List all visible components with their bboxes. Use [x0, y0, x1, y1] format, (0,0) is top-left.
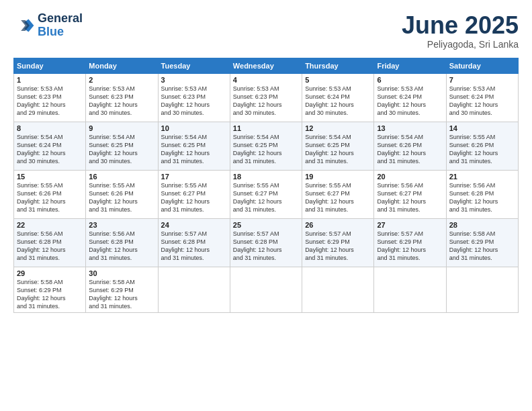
calendar-cell: 11Sunrise: 5:54 AM Sunset: 6:25 PM Dayli… [230, 122, 302, 170]
calendar-cell: 10Sunrise: 5:54 AM Sunset: 6:25 PM Dayli… [158, 122, 230, 170]
weekday-header-tuesday: Tuesday [158, 58, 230, 73]
weekday-header-monday: Monday [86, 58, 158, 73]
day-number: 14 [449, 124, 515, 132]
day-number: 12 [305, 124, 371, 132]
day-info: Sunrise: 5:56 AM Sunset: 6:28 PM Dayligh… [449, 181, 515, 214]
calendar-cell: 25Sunrise: 5:57 AM Sunset: 6:28 PM Dayli… [230, 218, 302, 267]
calendar-cell: 6Sunrise: 5:53 AM Sunset: 6:24 PM Daylig… [374, 73, 446, 122]
day-info: Sunrise: 5:57 AM Sunset: 6:29 PM Dayligh… [377, 230, 443, 263]
calendar-cell: 28Sunrise: 5:58 AM Sunset: 6:29 PM Dayli… [446, 218, 518, 267]
calendar-cell: 13Sunrise: 5:54 AM Sunset: 6:26 PM Dayli… [374, 122, 446, 170]
day-number: 28 [449, 221, 515, 229]
weekday-header-sunday: Sunday [14, 58, 86, 73]
day-number: 8 [17, 124, 83, 132]
logo: General Blue [13, 12, 83, 39]
day-info: Sunrise: 5:53 AM Sunset: 6:24 PM Dayligh… [305, 85, 371, 118]
calendar-cell [302, 267, 374, 313]
day-info: Sunrise: 5:57 AM Sunset: 6:28 PM Dayligh… [233, 230, 299, 263]
day-number: 13 [377, 124, 443, 132]
calendar-cell: 1Sunrise: 5:53 AM Sunset: 6:23 PM Daylig… [14, 73, 86, 122]
calendar-cell: 23Sunrise: 5:56 AM Sunset: 6:28 PM Dayli… [86, 218, 158, 267]
day-number: 9 [89, 124, 154, 132]
logo-blue: Blue [38, 25, 64, 38]
calendar-week-row: 22Sunrise: 5:56 AM Sunset: 6:28 PM Dayli… [14, 218, 519, 267]
calendar-cell: 12Sunrise: 5:54 AM Sunset: 6:25 PM Dayli… [302, 122, 374, 170]
day-number: 21 [449, 173, 515, 181]
day-info: Sunrise: 5:54 AM Sunset: 6:26 PM Dayligh… [377, 133, 443, 166]
calendar-week-row: 29Sunrise: 5:58 AM Sunset: 6:29 PM Dayli… [14, 267, 519, 313]
calendar-cell [158, 267, 230, 313]
calendar-cell: 29Sunrise: 5:58 AM Sunset: 6:29 PM Dayli… [14, 267, 86, 313]
calendar-cell: 3Sunrise: 5:53 AM Sunset: 6:23 PM Daylig… [158, 73, 230, 122]
calendar-cell: 19Sunrise: 5:55 AM Sunset: 6:27 PM Dayli… [302, 170, 374, 218]
title-block: June 2025 Peliyagoda, Sri Lanka [402, 12, 519, 50]
calendar-cell: 21Sunrise: 5:56 AM Sunset: 6:28 PM Dayli… [446, 170, 518, 218]
calendar-cell: 8Sunrise: 5:54 AM Sunset: 6:24 PM Daylig… [14, 122, 86, 170]
weekday-header-thursday: Thursday [302, 58, 374, 73]
day-info: Sunrise: 5:58 AM Sunset: 6:29 PM Dayligh… [89, 278, 154, 311]
weekday-header-row: SundayMondayTuesdayWednesdayThursdayFrid… [14, 58, 519, 73]
day-number: 25 [233, 221, 299, 229]
day-number: 15 [17, 173, 83, 181]
calendar-cell: 2Sunrise: 5:53 AM Sunset: 6:23 PM Daylig… [86, 73, 158, 122]
day-number: 7 [449, 76, 515, 84]
day-number: 22 [17, 221, 83, 229]
calendar-cell: 14Sunrise: 5:55 AM Sunset: 6:26 PM Dayli… [446, 122, 518, 170]
day-info: Sunrise: 5:53 AM Sunset: 6:23 PM Dayligh… [161, 85, 227, 118]
day-number: 2 [89, 76, 154, 84]
day-info: Sunrise: 5:54 AM Sunset: 6:25 PM Dayligh… [161, 133, 227, 166]
logo-icon [13, 15, 35, 36]
day-number: 26 [305, 221, 371, 229]
day-number: 5 [305, 76, 371, 84]
logo-general: General [38, 11, 83, 25]
calendar-cell: 9Sunrise: 5:54 AM Sunset: 6:25 PM Daylig… [86, 122, 158, 170]
day-number: 27 [377, 221, 443, 229]
day-number: 1 [17, 76, 83, 84]
weekday-header-wednesday: Wednesday [230, 58, 302, 73]
calendar-table: SundayMondayTuesdayWednesdayThursdayFrid… [13, 58, 519, 314]
day-number: 4 [233, 76, 299, 84]
weekday-header-saturday: Saturday [446, 58, 518, 73]
logo-text: General Blue [38, 12, 83, 39]
day-info: Sunrise: 5:53 AM Sunset: 6:24 PM Dayligh… [377, 85, 443, 118]
day-info: Sunrise: 5:54 AM Sunset: 6:25 PM Dayligh… [89, 133, 154, 166]
calendar-cell: 4Sunrise: 5:53 AM Sunset: 6:23 PM Daylig… [230, 73, 302, 122]
calendar-cell: 15Sunrise: 5:55 AM Sunset: 6:26 PM Dayli… [14, 170, 86, 218]
calendar-cell: 18Sunrise: 5:55 AM Sunset: 6:27 PM Dayli… [230, 170, 302, 218]
day-info: Sunrise: 5:57 AM Sunset: 6:28 PM Dayligh… [161, 230, 227, 263]
calendar-cell: 5Sunrise: 5:53 AM Sunset: 6:24 PM Daylig… [302, 73, 374, 122]
day-info: Sunrise: 5:54 AM Sunset: 6:24 PM Dayligh… [17, 133, 83, 166]
day-number: 3 [161, 76, 227, 84]
day-number: 17 [161, 173, 227, 181]
day-info: Sunrise: 5:55 AM Sunset: 6:26 PM Dayligh… [89, 181, 154, 214]
calendar-cell: 20Sunrise: 5:56 AM Sunset: 6:27 PM Dayli… [374, 170, 446, 218]
calendar-cell: 27Sunrise: 5:57 AM Sunset: 6:29 PM Dayli… [374, 218, 446, 267]
day-info: Sunrise: 5:54 AM Sunset: 6:25 PM Dayligh… [305, 133, 371, 166]
calendar-cell [230, 267, 302, 313]
calendar-cell [374, 267, 446, 313]
day-info: Sunrise: 5:53 AM Sunset: 6:23 PM Dayligh… [233, 85, 299, 118]
calendar-cell [446, 267, 518, 313]
weekday-header-friday: Friday [374, 58, 446, 73]
day-info: Sunrise: 5:53 AM Sunset: 6:24 PM Dayligh… [449, 85, 515, 118]
day-number: 23 [89, 221, 154, 229]
day-number: 20 [377, 173, 443, 181]
calendar-cell: 7Sunrise: 5:53 AM Sunset: 6:24 PM Daylig… [446, 73, 518, 122]
location: Peliyagoda, Sri Lanka [402, 39, 519, 50]
day-number: 11 [233, 124, 299, 132]
day-info: Sunrise: 5:53 AM Sunset: 6:23 PM Dayligh… [17, 85, 83, 118]
day-info: Sunrise: 5:57 AM Sunset: 6:29 PM Dayligh… [305, 230, 371, 263]
day-info: Sunrise: 5:58 AM Sunset: 6:29 PM Dayligh… [17, 278, 83, 311]
month-title: June 2025 [402, 12, 519, 39]
calendar-week-row: 8Sunrise: 5:54 AM Sunset: 6:24 PM Daylig… [14, 122, 519, 170]
day-info: Sunrise: 5:53 AM Sunset: 6:23 PM Dayligh… [89, 85, 154, 118]
day-info: Sunrise: 5:54 AM Sunset: 6:25 PM Dayligh… [233, 133, 299, 166]
day-info: Sunrise: 5:55 AM Sunset: 6:27 PM Dayligh… [305, 181, 371, 214]
page-container: General Blue June 2025 Peliyagoda, Sri L… [0, 0, 532, 320]
day-number: 6 [377, 76, 443, 84]
calendar-cell: 24Sunrise: 5:57 AM Sunset: 6:28 PM Dayli… [158, 218, 230, 267]
day-info: Sunrise: 5:55 AM Sunset: 6:26 PM Dayligh… [449, 133, 515, 166]
day-info: Sunrise: 5:55 AM Sunset: 6:27 PM Dayligh… [233, 181, 299, 214]
day-info: Sunrise: 5:56 AM Sunset: 6:28 PM Dayligh… [89, 230, 154, 263]
calendar-week-row: 1Sunrise: 5:53 AM Sunset: 6:23 PM Daylig… [14, 73, 519, 122]
